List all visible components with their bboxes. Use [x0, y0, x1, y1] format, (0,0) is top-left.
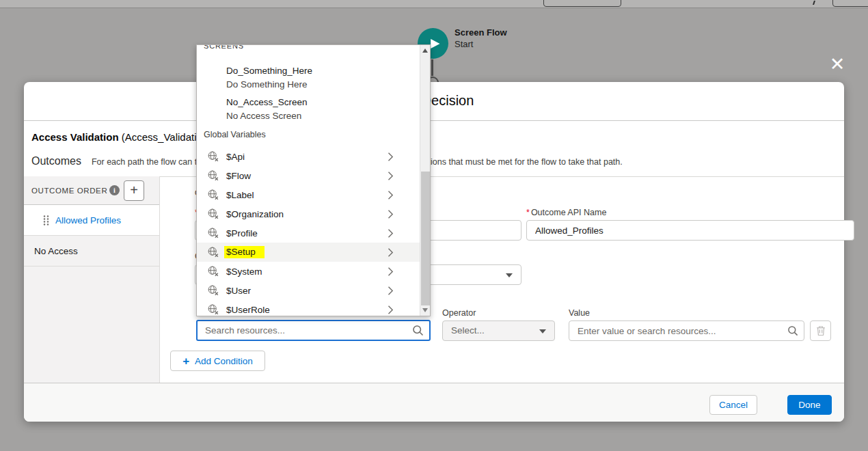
add-outcome-button[interactable]: +	[124, 180, 144, 201]
global-variable-icon	[208, 285, 219, 296]
toolbar-text-fragment	[811, 1, 815, 5]
global-variable-item-user[interactable]: $User	[197, 281, 421, 300]
global-variable-icon	[208, 208, 219, 219]
global-variable-item-label[interactable]: $Label	[197, 185, 421, 204]
search-icon	[787, 325, 798, 336]
operator-label: Operator	[442, 308, 476, 318]
start-node-text: Screen Flow Start	[455, 27, 507, 49]
global-variable-icon	[208, 170, 219, 181]
trash-icon	[815, 325, 826, 336]
close-icon[interactable]: ✕	[827, 54, 847, 74]
chevron-right-icon	[385, 209, 395, 219]
search-icon	[412, 325, 424, 336]
outcome-order-title: OUTCOME ORDER	[31, 187, 107, 195]
scrollbar-thumb[interactable]	[421, 172, 430, 305]
dropdown-arrow-icon	[506, 273, 513, 277]
chevron-right-icon	[385, 190, 395, 200]
screen-option-do-something-here[interactable]: Do_Something_Here Do Something Here	[226, 66, 312, 90]
resource-picker-dropdown: SCREENS Do_Something_Here Do Something H…	[196, 44, 431, 316]
dropdown-scrollbar[interactable]	[420, 45, 430, 316]
global-variable-icon	[208, 304, 219, 315]
outcome-item-label: Allowed Profiles	[55, 215, 121, 226]
outcome-item-label: No Access	[34, 246, 78, 256]
start-node-type: Screen Flow	[455, 27, 507, 38]
toolbar-button-partial[interactable]	[832, 0, 868, 7]
flow-connector-line	[431, 59, 433, 76]
global-variable-item-profile[interactable]: $Profile	[197, 223, 421, 243]
chevron-right-icon	[385, 266, 395, 276]
drag-handle-icon[interactable]	[42, 215, 50, 226]
outcome-list-item-allowed-profiles[interactable]: Allowed Profiles	[24, 205, 159, 236]
resource-search-input[interactable]	[198, 321, 429, 340]
global-variable-item-system[interactable]: $System	[197, 262, 421, 281]
scroll-down-icon[interactable]	[420, 304, 430, 316]
global-variable-icon	[208, 228, 219, 238]
edit-decision-modal: Edit Decision Access Validation (Access_…	[24, 82, 844, 422]
value-input[interactable]	[569, 320, 804, 341]
cancel-button[interactable]: Cancel	[709, 395, 757, 415]
dropdown-arrow-icon	[539, 329, 546, 333]
global-variable-item-userrole[interactable]: $UserRole	[197, 300, 421, 316]
element-name-line: Access Validation (Access_Validation)	[31, 131, 211, 143]
chevron-right-icon	[385, 171, 395, 180]
outcome-api-name-input[interactable]	[526, 220, 854, 241]
chevron-right-icon	[385, 152, 395, 161]
global-variable-icon	[208, 151, 219, 162]
info-icon[interactable]: i	[109, 185, 120, 195]
modal-header: Edit Decision	[24, 82, 844, 121]
api-name-field-label: *Outcome API Name	[526, 208, 606, 217]
highlighted-option: $Setup	[224, 246, 265, 258]
scroll-up-icon[interactable]	[420, 45, 430, 57]
global-variable-icon	[208, 189, 219, 200]
global-variable-item-setup[interactable]: $Setup	[197, 243, 421, 262]
global-variable-icon	[208, 266, 219, 277]
screen-option-no-access-screen[interactable]: No_Access_Screen No Access Screen	[226, 97, 308, 121]
outcome-order-header: OUTCOME ORDER i +	[24, 176, 159, 205]
done-button[interactable]: Done	[787, 395, 832, 415]
global-variable-item-api[interactable]: $Api	[197, 147, 421, 166]
value-label: Value	[569, 308, 590, 318]
add-condition-button[interactable]: + Add Condition	[170, 351, 265, 371]
outcome-order-panel: OUTCOME ORDER i + Allowed Profiles No Ac…	[24, 176, 160, 383]
chevron-right-icon	[385, 286, 395, 295]
element-name: Access Validation	[31, 131, 119, 143]
global-variable-item-organization[interactable]: $Organization	[197, 204, 421, 223]
required-marker: *	[526, 208, 530, 217]
screens-section-header: SCREENS	[204, 44, 244, 50]
global-variable-item-flow[interactable]: $Flow	[197, 166, 421, 185]
toolbar-button-partial[interactable]	[543, 0, 621, 7]
flow-builder-screen: Screen Flow Start ✕ Edit Decision Access…	[0, 0, 868, 451]
outcome-list-item-no-access[interactable]: No Access	[24, 236, 159, 266]
resource-search-combobox[interactable]	[196, 320, 431, 341]
plus-icon: +	[182, 355, 189, 367]
chevron-right-icon	[385, 247, 395, 257]
global-variables-section-header: Global Variables	[204, 130, 266, 139]
delete-condition-button[interactable]	[810, 320, 831, 341]
chevron-right-icon	[385, 228, 395, 238]
outcomes-heading: Outcomes	[31, 155, 81, 167]
global-variables-list: $Api $Flow $Label $Organization	[197, 147, 421, 316]
chevron-right-icon	[385, 305, 395, 314]
start-node-label: Start	[455, 39, 507, 49]
modal-footer: Cancel Done	[24, 383, 844, 422]
operator-select[interactable]: Select...	[442, 320, 555, 341]
global-variable-icon	[208, 247, 219, 258]
toolbar-strip	[0, 0, 868, 8]
